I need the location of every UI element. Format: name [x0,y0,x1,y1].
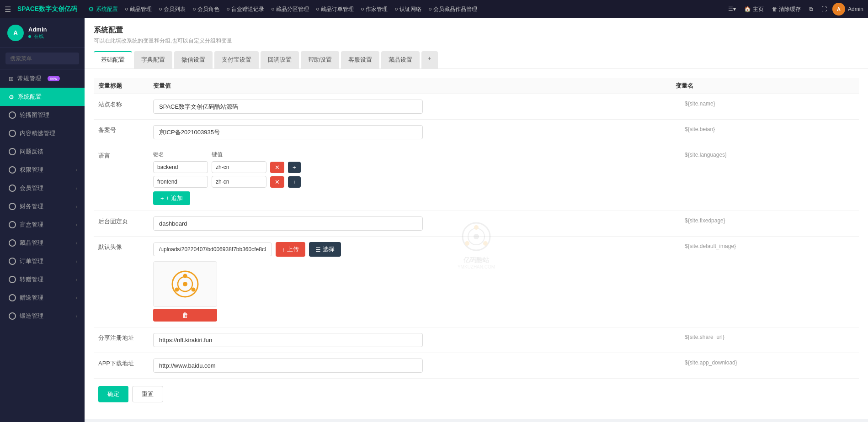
nav-label-members: 会员列表 [164,5,186,13]
sidebar-item-general[interactable]: ⊞ 常规管理 new [0,69,85,88]
nav-item-orders[interactable]: 藏品订单管理 [313,0,357,18]
site-name-input[interactable] [153,100,423,114]
svg-point-8 [183,282,187,286]
dot-icon-4 [227,8,229,11]
config-form-table: 变量标题 变量值 变量名 站点名称 ${site.name} [94,78,859,379]
select-icon: ☰ [315,246,321,253]
fixed-page-input[interactable] [153,216,423,231]
reset-button[interactable]: 重置 [132,386,163,402]
sidebar-item-permissions[interactable]: 权限管理 › [0,161,85,179]
field-var-share-url: ${site.share_url} [671,327,859,353]
avatar: A [7,25,24,41]
share-url-input[interactable] [153,333,423,347]
lang-append-btn[interactable]: + + 追加 [153,191,190,205]
home-btn[interactable]: 🏠 主页 [741,5,766,14]
sidebar-item-forge[interactable]: 锻造管理 › [0,307,85,325]
menu-toggle-icon[interactable]: ☰ [5,5,11,14]
copy-icon[interactable]: ⧉ [806,5,816,13]
confirm-button[interactable]: 确定 [98,386,128,402]
sidebar-item-gift[interactable]: 赠送管理 › [0,289,85,307]
settings-icon: ⚙ [88,5,94,13]
tab-dict-config[interactable]: 字典配置 [134,51,172,69]
lang-key-input-1[interactable] [153,176,208,188]
lang-add-btn-1[interactable]: + [288,176,301,188]
beian-input[interactable] [153,125,423,139]
circle-icon-orders [9,258,16,265]
lang-key-input-0[interactable] [153,161,208,173]
field-var-fixed-page: ${site.fixedpage} [671,211,859,237]
tab-basic-config[interactable]: 基础配置 [94,51,132,69]
sidebar: A Admin 在线 ⊞ 常规管理 new [0,18,85,422]
field-var-site-name: ${site.name} [671,94,859,120]
more-menu-btn[interactable]: ☰▾ [725,5,739,13]
upload-btn[interactable]: ↑ 上传 [276,242,305,257]
sidebar-item-blind-box-mgmt[interactable]: 盲盒管理 › [0,216,85,234]
online-dot [28,35,31,38]
clear-cache-btn[interactable]: 🗑 清除缓存 [769,5,804,14]
lang-add-btn-0[interactable]: + [288,162,301,173]
dot-icon-6 [316,8,319,11]
svg-point-11 [183,274,187,278]
tabs-bar: 基础配置 字典配置 微信设置 支付宝设置 回调设置 帮助设置 客服设置 藏品设置… [94,51,859,69]
form-area: 亿码酷站 YMKUZHAN.COM 变量标题 变量值 变量名 站点名称 [85,69,868,419]
nav-item-blind-box[interactable]: 盲盒赠送记录 [223,0,268,18]
top-navigation: ☰ SPACE数字文创亿码 ⚙ 系统配置 藏品管理 会员列表 会员角色 盲盒赠送… [0,0,868,18]
sidebar-item-carousel[interactable]: 轮播图管理 [0,106,85,124]
table-row: 分享注册地址 ${site.share_url} [94,327,859,353]
sidebar-item-content[interactable]: 内容精选管理 [0,124,85,142]
nav-label-partition: 藏品分区管理 [276,5,309,13]
sidebar-item-orders-mgmt[interactable]: 订单管理 › [0,252,85,270]
tab-callback[interactable]: 回调设置 [261,51,299,69]
nav-item-member-works[interactable]: 会员藏品作品管理 [425,0,481,18]
sidebar-item-transfer[interactable]: 转赠管理 › [0,270,85,289]
lang-val-input-0[interactable] [212,161,266,173]
nav-item-partition[interactable]: 藏品分区管理 [268,0,313,18]
tab-help[interactable]: 帮助设置 [301,51,339,69]
app-download-input[interactable] [153,359,423,373]
sidebar-item-feedback[interactable]: 问题反馈 [0,142,85,161]
sidebar-label-forge: 锻造管理 [20,312,43,320]
lang-delete-btn-1[interactable]: ✕ [270,176,284,188]
sidebar-item-members-mgmt[interactable]: 会员管理 › [0,179,85,197]
nav-item-writers[interactable]: 作家管理 [357,0,391,18]
nav-label-orders: 藏品订单管理 [321,5,354,13]
sidebar-item-collections-mgmt[interactable]: 藏品管理 › [0,234,85,252]
chevron-icon-9: › [76,314,77,319]
select-btn[interactable]: ☰ 选择 [309,242,341,257]
nav-item-members[interactable]: 会员列表 [155,0,189,18]
lang-delete-btn-0[interactable]: ✕ [270,162,284,173]
nav-item-system-config[interactable]: ⚙ 系统配置 [85,0,122,18]
settings-sidebar-icon: ⚙ [9,94,14,100]
sidebar-item-system-config[interactable]: ⚙ 系统配置 [0,88,85,106]
user-info: Admin 在线 [28,26,47,40]
sidebar-label-system-config: 系统配置 [18,93,42,101]
dot-icon-1 [125,8,128,11]
new-badge: new [48,76,60,81]
sidebar-item-finance[interactable]: 财务管理 › [0,197,85,216]
search-input[interactable] [5,53,79,64]
image-path-input[interactable] [153,243,272,256]
tab-collection-settings[interactable]: 藏品设置 [381,51,420,69]
tab-wechat[interactable]: 微信设置 [174,51,213,69]
chevron-icon-8: › [76,295,77,301]
header-var-name: 变量名 [671,78,859,94]
nav-label-member-role: 会员角色 [197,5,219,13]
field-value-fixed-page [149,211,671,237]
nav-item-member-role[interactable]: 会员角色 [189,0,223,18]
circle-icon-forge [9,312,16,320]
nav-item-collections[interactable]: 藏品管理 [122,0,155,18]
admin-avatar: A [832,3,845,16]
header-var-value: 变量值 [149,78,671,94]
tab-add-btn[interactable]: + [421,51,438,69]
admin-name-label: Admin [848,6,863,12]
lang-val-input-1[interactable] [212,176,266,188]
chevron-icon-3: › [76,204,77,209]
page-title: 系统配置 [94,26,859,35]
fullscreen-btn[interactable]: ⛶ [819,5,830,13]
tab-customer-service[interactable]: 客服设置 [341,51,379,69]
tab-alipay[interactable]: 支付宝设置 [214,51,259,69]
delete-image-btn[interactable]: 🗑 [153,309,217,322]
upload-icon: ↑ [282,246,285,253]
sidebar-label-feedback: 问题反馈 [20,148,43,156]
nav-item-auth-net[interactable]: 认证网络 [391,0,425,18]
